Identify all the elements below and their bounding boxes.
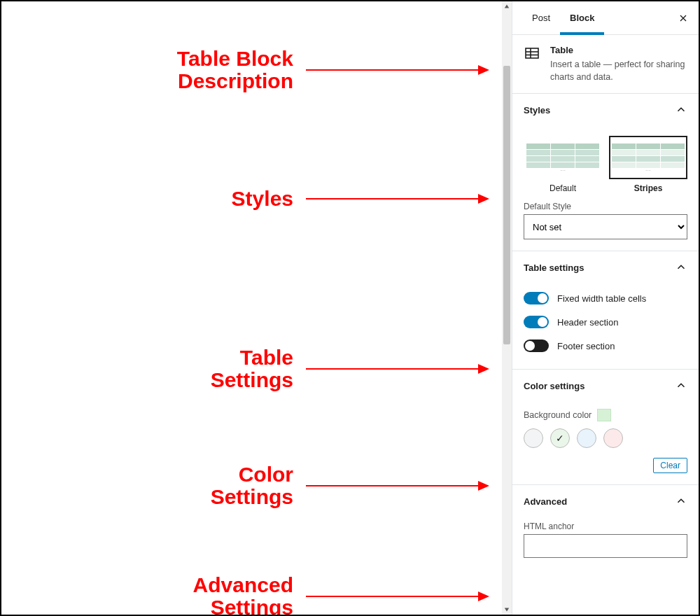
annotation-styles: Styles [1,188,306,210]
color-settings-title: Color settings [524,381,584,391]
svg-rect-2 [526,48,538,58]
color-swatch-gray[interactable] [524,428,543,448]
canvas-scrollbar[interactable] [502,1,512,615]
scroll-up-icon[interactable] [502,1,512,11]
color-settings-panel: Color settings Background color Clear [512,370,699,485]
block-description: Table Insert a table — perfect for shari… [512,35,699,94]
color-swatch-green[interactable] [550,428,570,448]
chevron-up-icon [675,104,687,116]
fixed-width-label: Fixed width table cells [557,293,646,304]
advanced-panel-header[interactable]: Advanced [512,485,699,517]
annotation-color-settings: Color Settings [1,463,306,509]
footer-section-label: Footer section [557,341,615,351]
arrow-icon [306,368,488,370]
svg-marker-1 [505,608,509,612]
arrow-icon [306,198,488,200]
background-color-label: Background color [524,410,592,420]
svg-marker-0 [505,5,509,8]
html-anchor-input[interactable] [524,534,687,558]
scroll-down-icon[interactable] [502,605,512,615]
annotation-block-desc: Table Block Description [1,48,306,93]
styles-panel: Styles — — Default [512,94,699,251]
chevron-up-icon [675,379,687,392]
style-default-label: Default [524,183,602,193]
default-style-select[interactable]: Not set [524,214,687,239]
default-style-label: Default Style [524,202,687,211]
annotation-advanced-settings: Advanced Settings [1,574,306,616]
clear-color-button[interactable]: Clear [653,458,687,473]
color-settings-header[interactable]: Color settings [512,370,699,402]
footer-section-toggle[interactable] [524,340,549,352]
chevron-up-icon [675,261,687,274]
table-settings-header[interactable]: Table settings [512,251,699,284]
header-section-toggle[interactable] [524,316,549,328]
color-swatch-red[interactable] [603,428,623,448]
advanced-panel: Advanced HTML anchor [512,485,699,569]
color-swatch-blue[interactable] [577,428,596,448]
annotation-table-settings: Table Settings [1,346,306,392]
background-color-indicator [597,409,611,421]
sidebar-header: Post Block [512,1,699,35]
close-sidebar-button[interactable] [673,8,693,28]
chevron-up-icon [675,495,687,507]
table-settings-title: Table settings [524,262,584,273]
close-icon [678,13,689,24]
fixed-width-toggle[interactable] [524,292,549,304]
arrow-icon [306,596,488,597]
style-option-stripes[interactable]: — — Stripes [609,136,687,193]
block-inspector-sidebar: Post Block Table Insert a table — perfec… [512,1,699,615]
tab-block[interactable]: Block [560,1,604,35]
tab-post[interactable]: Post [522,1,560,35]
block-description-text: Insert a table — perfect for sharing cha… [550,58,687,83]
scroll-thumb[interactable] [503,66,510,344]
style-option-default[interactable]: — — Default [524,136,602,193]
block-title: Table [550,45,687,55]
arrow-icon [306,69,488,71]
html-anchor-label: HTML anchor [524,522,687,531]
style-stripes-label: Stripes [609,183,687,193]
arrow-icon [306,485,488,486]
table-settings-panel: Table settings Fixed width table cells H… [512,251,699,370]
header-section-label: Header section [557,317,618,328]
styles-panel-header[interactable]: Styles [512,94,699,126]
table-block-icon [524,45,540,62]
advanced-panel-title: Advanced [524,496,567,507]
styles-panel-title: Styles [524,105,550,115]
